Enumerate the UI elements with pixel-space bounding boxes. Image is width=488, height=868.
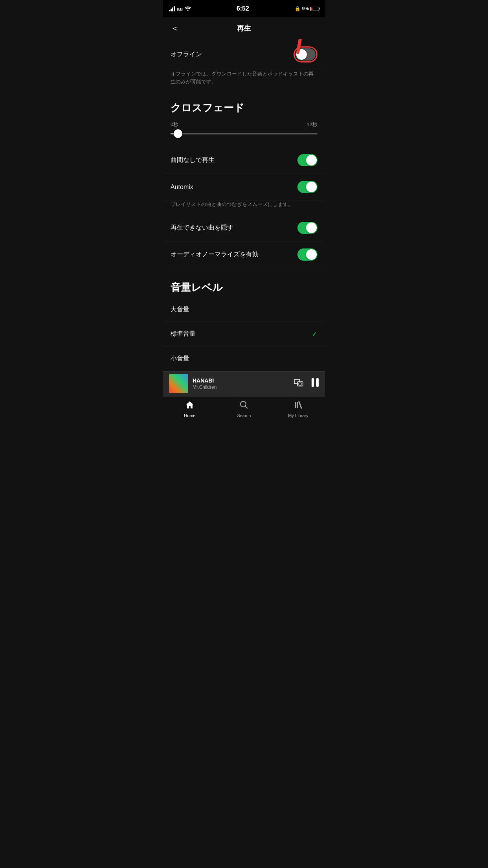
search-icon xyxy=(240,401,248,412)
tab-library[interactable]: My Library xyxy=(271,401,325,418)
gapless-setting-row: 曲間なしで再生 xyxy=(163,147,325,174)
volume-normal-label: 標準音量 xyxy=(171,330,196,338)
automix-setting-row: Automix xyxy=(163,174,325,200)
tab-search[interactable]: Search xyxy=(217,401,271,418)
carrier-label: au xyxy=(177,6,183,12)
gapless-toggle[interactable] xyxy=(297,154,317,166)
page-title: 再生 xyxy=(186,24,302,33)
volume-title: 音量レベル xyxy=(171,281,223,293)
mini-player[interactable]: HANABI Mr.Children xyxy=(163,371,325,396)
svg-point-7 xyxy=(240,401,246,407)
volume-loud-label: 大音量 xyxy=(171,305,189,314)
library-icon xyxy=(294,401,303,412)
volume-normal-check: ✓ xyxy=(312,330,317,338)
offline-toggle-wrapper xyxy=(294,46,317,63)
normalize-row: オーディオノーマライズを有効 xyxy=(163,241,325,268)
offline-setting-row: オフライン xyxy=(163,39,325,70)
battery-icon xyxy=(310,7,319,11)
volume-option-quiet[interactable]: 小音量 xyxy=(163,347,325,371)
volume-option-loud[interactable]: 大音量 xyxy=(163,298,325,322)
offline-label: オフライン xyxy=(171,50,202,59)
wifi-icon xyxy=(185,6,191,12)
slider-thumb[interactable] xyxy=(174,129,182,138)
svg-line-8 xyxy=(246,406,248,408)
lock-icon: 🔒 xyxy=(295,6,301,11)
svg-rect-6 xyxy=(316,378,319,387)
pause-button[interactable] xyxy=(311,378,319,390)
album-art xyxy=(169,374,188,393)
slider-min-label: 0秒 xyxy=(171,121,178,128)
battery-percent: 9% xyxy=(302,6,309,11)
crossfade-title: クロスフェード xyxy=(171,102,244,114)
svg-rect-5 xyxy=(312,378,314,387)
search-label: Search xyxy=(237,413,251,418)
offline-toggle[interactable] xyxy=(295,48,316,61)
tab-home[interactable]: Home xyxy=(163,401,217,418)
status-bar: au 6:52 🔒 9% xyxy=(163,0,325,17)
crossfade-slider-container: 0秒 12秒 xyxy=(163,118,325,147)
volume-quiet-label: 小音量 xyxy=(171,355,189,363)
artist-name: Mr.Children xyxy=(193,384,289,390)
volume-option-normal[interactable]: 標準音量 ✓ xyxy=(163,322,325,347)
home-icon xyxy=(185,401,194,412)
mini-controls xyxy=(294,378,319,390)
status-left: au xyxy=(169,6,191,12)
status-right: 🔒 9% xyxy=(295,6,319,11)
slider-labels: 0秒 12秒 xyxy=(171,121,317,128)
tab-bar: Home Search My Library xyxy=(163,396,325,429)
nav-bar: ＜ 再生 xyxy=(163,17,325,39)
device-select-icon[interactable] xyxy=(294,379,303,389)
hide-unplayable-toggle[interactable] xyxy=(297,222,317,234)
track-name: HANABI xyxy=(193,377,289,384)
automix-label: Automix xyxy=(171,184,193,191)
svg-rect-10 xyxy=(297,402,298,408)
volume-section-header: 音量レベル xyxy=(163,268,325,298)
crossfade-section-header: クロスフェード xyxy=(163,92,325,118)
automix-description: プレイリストの曲と曲のつなぎをスムーズにします。 xyxy=(163,200,325,215)
signal-icon xyxy=(169,6,175,11)
normalize-toggle[interactable] xyxy=(297,248,317,261)
slider-max-label: 12秒 xyxy=(307,121,317,128)
hide-unplayable-row: 再生できない曲を隠す xyxy=(163,215,325,241)
status-time: 6:52 xyxy=(237,5,249,12)
track-info: HANABI Mr.Children xyxy=(193,377,289,390)
library-label: My Library xyxy=(288,413,308,418)
settings-content: オフライン オフラインでは、ダウンロードした音楽とポッドキャストの再生のみが可能… xyxy=(163,39,325,371)
gapless-label: 曲間なしで再生 xyxy=(171,156,215,164)
hide-unplayable-label: 再生できない曲を隠す xyxy=(171,224,233,232)
home-label: Home xyxy=(184,413,195,418)
svg-rect-9 xyxy=(295,402,296,408)
crossfade-slider[interactable] xyxy=(171,133,317,134)
normalize-label: オーディオノーマライズを有効 xyxy=(171,250,259,259)
back-button[interactable]: ＜ xyxy=(171,22,186,34)
automix-toggle[interactable] xyxy=(297,181,317,193)
offline-description: オフラインでは、ダウンロードした音楽とポッドキャストの再生のみが可能です。 xyxy=(163,70,325,92)
